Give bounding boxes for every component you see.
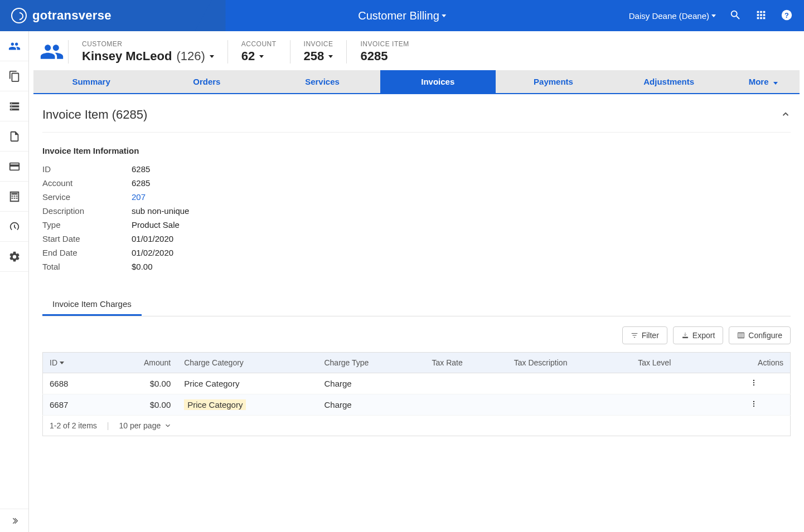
filter-icon: [631, 331, 638, 339]
sidebar-calculator-icon[interactable]: [0, 182, 28, 212]
col-id[interactable]: ID: [43, 353, 103, 373]
table-row: 6688 $0.00 Price Category Charge: [43, 373, 791, 394]
cell-charge-type: Charge: [317, 394, 425, 416]
sidebar-copy-icon[interactable]: [0, 61, 28, 91]
info-account-value: 6285: [132, 178, 377, 188]
cell-charge-type: Charge: [317, 373, 425, 394]
section-title: Invoice Item (6285): [42, 108, 147, 122]
context-customer-label: CUSTOMER: [82, 40, 214, 48]
context-customer-name: Kinsey McLeod: [82, 49, 172, 64]
svg-point-18: [753, 401, 754, 402]
svg-point-15: [753, 380, 754, 381]
tab-orders[interactable]: Orders: [149, 70, 264, 93]
more-vertical-icon: [750, 400, 758, 408]
module-title: Customer Billing: [358, 9, 439, 22]
filter-button[interactable]: Filter: [622, 326, 667, 344]
context-account[interactable]: ACCOUNT 62: [227, 40, 290, 64]
sidebar-customers-icon[interactable]: [0, 31, 28, 61]
col-amount[interactable]: Amount: [103, 353, 177, 373]
sidebar-settings-icon[interactable]: [0, 242, 28, 272]
customer-group-icon: [36, 39, 68, 65]
context-invoice-value: 258: [304, 49, 324, 64]
per-page-selector[interactable]: 10 per page: [119, 421, 172, 430]
tab-summary[interactable]: Summary: [33, 70, 149, 93]
subtab-invoice-item-charges[interactable]: Invoice Item Charges: [42, 294, 142, 316]
cell-amount: $0.00: [103, 373, 177, 394]
svg-point-20: [753, 406, 754, 407]
info-service-link[interactable]: 207: [132, 192, 377, 202]
info-type-label: Type: [42, 220, 132, 230]
cell-tax-description: [507, 394, 631, 416]
col-tax-description[interactable]: Tax Description: [507, 353, 631, 373]
context-customer[interactable]: CUSTOMER Kinsey McLeod (126): [68, 40, 227, 64]
sidebar-expand-toggle[interactable]: [0, 509, 28, 532]
svg-rect-11: [16, 197, 17, 198]
info-id-label: ID: [42, 164, 132, 174]
cell-amount: $0.00: [103, 394, 177, 416]
sidebar: [0, 31, 29, 532]
sidebar-document-icon[interactable]: [0, 121, 28, 152]
module-dropdown[interactable]: Customer Billing: [358, 9, 446, 22]
sidebar-server-icon[interactable]: [0, 91, 28, 121]
main-tabs: Summary Orders Services Invoices Payment…: [33, 70, 800, 94]
sidebar-card-icon[interactable]: [0, 152, 28, 182]
svg-rect-3: [11, 106, 12, 106]
svg-rect-6: [11, 196, 13, 197]
brand-name: gotransverse: [32, 8, 112, 23]
svg-point-19: [753, 403, 754, 404]
collapse-toggle[interactable]: [781, 109, 791, 121]
tab-more-label: More: [749, 77, 769, 86]
tab-payments[interactable]: Payments: [496, 70, 611, 93]
cell-id: 6687: [43, 394, 103, 416]
col-charge-type[interactable]: Charge Type: [317, 353, 425, 373]
main-content: CUSTOMER Kinsey McLeod (126) ACCOUNT 62 …: [29, 31, 804, 532]
chevron-down-icon: [259, 55, 264, 58]
context-invoice-item-label: INVOICE ITEM: [360, 40, 409, 48]
tab-more[interactable]: More: [726, 70, 800, 93]
search-icon[interactable]: [729, 9, 742, 23]
chevron-down-icon: [164, 422, 172, 429]
info-service-label: Service: [42, 192, 132, 202]
context-invoice[interactable]: INVOICE 258: [290, 40, 347, 64]
row-actions-button[interactable]: [718, 373, 791, 394]
svg-rect-12: [738, 333, 744, 338]
info-type-value: Product Sale: [132, 220, 377, 230]
user-menu[interactable]: Daisy Deane (Deane): [629, 11, 716, 21]
cell-tax-rate: [425, 394, 507, 416]
svg-point-17: [753, 384, 754, 385]
columns-icon: [737, 331, 745, 339]
help-icon[interactable]: ?: [781, 9, 793, 23]
sort-desc-icon: [60, 362, 64, 364]
tab-adjustments[interactable]: Adjustments: [611, 70, 726, 93]
table-row: 6687 $0.00 Price Category Charge: [43, 394, 791, 416]
info-grid: ID 6285 Account 6285 Service 207 Descrip…: [42, 164, 377, 271]
sidebar-dashboard-icon[interactable]: [0, 212, 28, 242]
row-actions-button[interactable]: [718, 394, 791, 416]
context-invoice-item-value: 6285: [360, 49, 388, 64]
configure-button[interactable]: Configure: [729, 326, 791, 344]
info-end-label: End Date: [42, 248, 132, 257]
svg-rect-10: [13, 197, 15, 198]
cell-charge-category: Price Category: [177, 373, 317, 394]
cell-id: 6688: [43, 373, 103, 394]
info-end-value: 01/02/2020: [132, 248, 377, 257]
col-tax-level[interactable]: Tax Level: [631, 353, 717, 373]
export-button[interactable]: Export: [673, 326, 723, 344]
brand-logo[interactable]: gotransverse: [11, 8, 112, 23]
export-label: Export: [692, 331, 715, 340]
context-bar: CUSTOMER Kinsey McLeod (126) ACCOUNT 62 …: [29, 31, 804, 70]
tab-invoices[interactable]: Invoices: [380, 70, 496, 93]
svg-rect-5: [11, 193, 17, 194]
col-actions: Actions: [718, 353, 791, 373]
svg-rect-8: [16, 196, 17, 197]
tab-services[interactable]: Services: [264, 70, 380, 93]
apps-grid-icon[interactable]: [755, 9, 767, 23]
table-toolbar: Filter Export Configure: [42, 316, 791, 352]
info-account-label: Account: [42, 178, 132, 188]
configure-label: Configure: [748, 331, 782, 340]
col-tax-rate[interactable]: Tax Rate: [425, 353, 507, 373]
cell-tax-description: [507, 373, 631, 394]
col-charge-category[interactable]: Charge Category: [177, 353, 317, 373]
top-header: gotransverse Customer Billing Daisy Dean…: [0, 0, 804, 31]
svg-rect-7: [13, 196, 15, 197]
